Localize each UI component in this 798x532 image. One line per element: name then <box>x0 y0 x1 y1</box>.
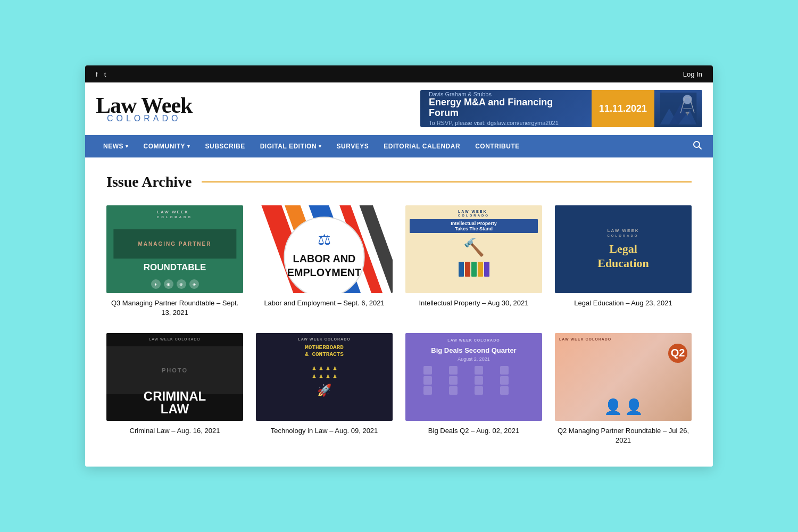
nav-item-editorial-calendar[interactable]: EDITORIAL CALENDAR <box>376 135 468 157</box>
search-icon[interactable] <box>693 140 702 152</box>
chevron-down-icon: ▾ <box>319 144 322 149</box>
site-logo[interactable]: Law Week COLORADO <box>96 94 192 123</box>
facebook-icon[interactable]: f <box>96 70 98 78</box>
issue-cover-bigdeals: LAW WEEK COLORADO Big Deals Second Quart… <box>405 333 542 421</box>
nav-item-subscribe[interactable]: SUBSCRIBE <box>198 135 253 157</box>
issue-item-intellectual-property[interactable]: LAW WEEKCOLORADO Intellectual PropertyTa… <box>405 205 542 318</box>
nav-item-contribute[interactable]: CONTRIBUTE <box>468 135 527 157</box>
nav-item-digital-edition[interactable]: DIGITAL EDITION ▾ <box>253 135 329 157</box>
login-button[interactable]: Log In <box>683 70 702 78</box>
ad-text-area: Davis Graham & Stubbs Energy M&A and Fin… <box>420 90 592 127</box>
issue-title: Q3 Managing Partner Roundtable – Sept. 1… <box>106 298 243 318</box>
top-bar: f t Log In <box>85 65 713 82</box>
social-icons: f t <box>96 70 106 78</box>
ad-rsvp: To RSVP, please visit: dgslaw.com/energy… <box>429 120 583 126</box>
nav-item-surveys[interactable]: SURVEYS <box>329 135 377 157</box>
issue-cover-q3: LAW WEEKCOLORADO MANAGING PARTNER ROUNDT… <box>106 205 243 293</box>
issue-title: Legal Education – Aug 23, 2021 <box>574 298 672 308</box>
advertisement-banner[interactable]: Davis Graham & Stubbs Energy M&A and Fin… <box>420 90 702 127</box>
nav-items: NEWS ▾ COMMUNITY ▾ SUBSCRIBE DIGITAL EDI… <box>96 135 527 157</box>
issue-cover-q2: LAW WEEK COLORADO Q2 👤 👤 <box>555 333 692 421</box>
ad-image <box>654 90 702 127</box>
browser-window: f t Log In Law Week COLORADO Davis Graha… <box>85 65 713 467</box>
cover-icon: ⊕ <box>177 279 186 289</box>
chevron-down-icon: ▾ <box>187 144 190 149</box>
issue-title: Big Deals Q2 – Aug. 02, 2021 <box>428 426 519 436</box>
logo-colorado-text: COLORADO <box>107 114 181 123</box>
cover-icon: ◈ <box>189 279 199 289</box>
ad-title: Energy M&A and Financing Forum <box>429 97 583 119</box>
issue-cover-ip: LAW WEEKCOLORADO Intellectual PropertyTa… <box>405 205 542 293</box>
svg-text:EMPLOYMENT: EMPLOYMENT <box>287 267 361 278</box>
main-content: Issue Archive LAW WEEKCOLORADO MANAGING … <box>85 157 713 467</box>
svg-line-13 <box>699 147 702 149</box>
issue-item-big-deals-q2[interactable]: LAW WEEK COLORADO Big Deals Second Quart… <box>405 333 542 445</box>
nav-item-news[interactable]: NEWS ▾ <box>96 135 136 157</box>
site-header: Law Week COLORADO Davis Graham & Stubbs … <box>85 82 713 135</box>
issue-item-technology-in-law[interactable]: LAW WEEK COLORADO MOTHERBOARD& CONTRACTS… <box>256 333 393 445</box>
issue-cover-labor: LAW WEEK ⚖ LABOR AND EMPLOYMENT <box>256 205 393 293</box>
issue-item-q3-managing-partner[interactable]: LAW WEEKCOLORADO MANAGING PARTNER ROUNDT… <box>106 205 243 318</box>
issue-cover-tech: LAW WEEK COLORADO MOTHERBOARD& CONTRACTS… <box>256 333 393 421</box>
chevron-down-icon: ▾ <box>126 144 129 149</box>
issue-item-criminal-law[interactable]: LAW WEEK COLORADO PHOTO CRIMINALLAW Crim… <box>106 333 243 445</box>
main-navigation: NEWS ▾ COMMUNITY ▾ SUBSCRIBE DIGITAL EDI… <box>85 135 713 157</box>
page-title: Issue Archive <box>106 173 192 190</box>
issue-grid: LAW WEEKCOLORADO MANAGING PARTNER ROUNDT… <box>106 205 692 445</box>
issue-item-legal-education[interactable]: LAW WEEKCOLORADO LegalEducation Legal Ed… <box>555 205 692 318</box>
issue-cover-criminal: LAW WEEK COLORADO PHOTO CRIMINALLAW <box>106 333 243 421</box>
page-title-row: Issue Archive <box>106 173 692 190</box>
issue-title: Technology in Law – Aug. 09, 2021 <box>271 426 378 436</box>
ad-date: 11.11.2021 <box>592 90 654 127</box>
issue-cover-legal-ed: LAW WEEKCOLORADO LegalEducation <box>555 205 692 293</box>
cover-icon: ♦ <box>151 279 161 289</box>
svg-text:⚖: ⚖ <box>318 231 331 248</box>
twitter-icon[interactable]: t <box>104 70 106 78</box>
nav-item-community[interactable]: COMMUNITY ▾ <box>136 135 198 157</box>
svg-text:LABOR AND: LABOR AND <box>293 253 356 264</box>
logo-lawweek-text: Law Week <box>96 94 192 117</box>
title-divider <box>202 181 692 182</box>
svg-rect-11 <box>687 113 688 115</box>
issue-title: Intellectual Property – Aug 30, 2021 <box>419 298 529 308</box>
issue-item-q2-managing-partner[interactable]: LAW WEEK COLORADO Q2 👤 👤 Q2 Managing Par… <box>555 333 692 445</box>
issue-item-labor-employment[interactable]: LAW WEEK ⚖ LABOR AND EMPLOYMENT Labor an… <box>256 205 393 318</box>
issue-title: Labor and Employment – Sept. 6, 2021 <box>264 298 384 308</box>
issue-title: Criminal Law – Aug. 16, 2021 <box>130 426 220 436</box>
cover-icon: ◉ <box>164 279 173 289</box>
issue-title: Q2 Managing Partner Roundtable – Jul 26,… <box>555 426 692 445</box>
